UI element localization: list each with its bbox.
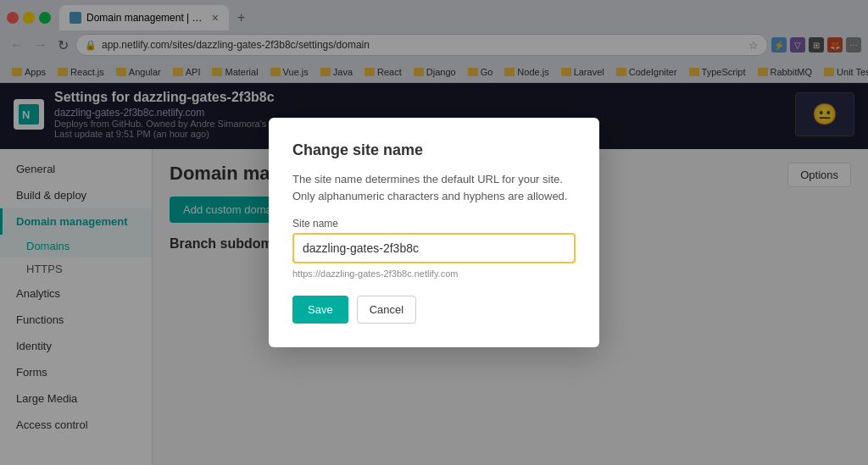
change-site-name-modal: Change site name The site name determine… [269, 118, 599, 347]
modal-description: The site name determines the default URL… [292, 171, 576, 204]
modal-actions: Save Cancel [292, 296, 576, 324]
cancel-button[interactable]: Cancel [357, 296, 416, 324]
site-name-hint: https://dazzling-gates-2f3b8c.netlify.co… [292, 268, 576, 279]
modal-title: Change site name [292, 141, 576, 159]
save-button[interactable]: Save [292, 296, 348, 324]
modal-overlay[interactable]: Change site name The site name determine… [0, 0, 868, 465]
site-name-input[interactable] [292, 233, 576, 263]
site-name-label: Site name [292, 218, 576, 230]
